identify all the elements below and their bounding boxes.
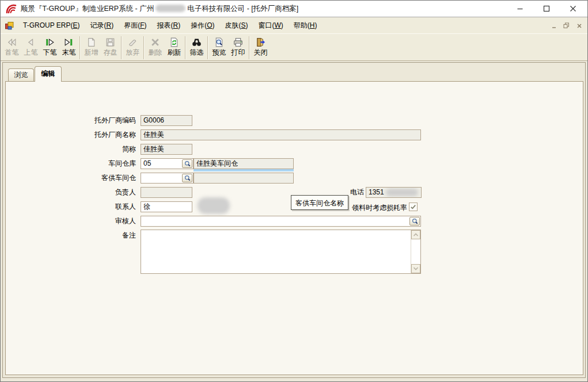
- lookup-magnifier-icon: [411, 217, 419, 225]
- menu-bar: T-GROUP ERP(E) 记录(R) 界面(F) 报表(R) 操作(O) 皮…: [1, 18, 587, 33]
- vendor-code-field[interactable]: G0006: [141, 115, 192, 126]
- tab-edit[interactable]: 编辑: [35, 66, 62, 82]
- mdi-client-area: 浏览 编辑 托外厂商编码 G0006 托外厂商名称 佳胜美 简称 佳胜美 车间仓…: [1, 60, 587, 381]
- workshop-warehouse-code-field[interactable]: 05: [141, 158, 194, 169]
- auditor-field[interactable]: [141, 216, 421, 227]
- close-button[interactable]: [560, 1, 586, 17]
- refresh-icon: [169, 37, 180, 48]
- mdi-minimize-icon: [551, 23, 557, 29]
- minimize-icon: [517, 5, 523, 12]
- toolbar: 首笔 上笔 下笔 末笔 新增: [1, 33, 587, 60]
- vendor-code-label: 托外厂商编码: [6, 115, 136, 126]
- workshop-warehouse-name-field[interactable]: 佳胜美车间仓: [194, 158, 294, 169]
- mdi-child-controls: [550, 22, 583, 29]
- remark-textarea[interactable]: [141, 230, 421, 274]
- app-logo-icon: [5, 3, 17, 14]
- delete-icon: [150, 37, 161, 48]
- mdi-close-button[interactable]: [575, 22, 583, 29]
- toolbar-separator: [143, 36, 145, 59]
- prev-record-button[interactable]: 上笔: [21, 36, 40, 57]
- menu-item-help[interactable]: 帮助(H): [289, 20, 323, 32]
- customer-warehouse-code-field[interactable]: [141, 173, 194, 184]
- menu-item-tgroup-erp[interactable]: T-GROUP ERP(E): [18, 20, 85, 32]
- toolbar-separator: [185, 36, 186, 59]
- toolbar-separator: [207, 36, 208, 59]
- discard-icon: [127, 37, 138, 48]
- toolbar-separator: [249, 36, 250, 59]
- chevron-up-icon: [413, 232, 419, 237]
- window-title: 顺景『T-GROUP』制造业ERP系统 - 广州电子科技有限公司 - [托外厂商…: [21, 4, 298, 14]
- title-bar: 顺景『T-GROUP』制造业ERP系统 - 广州电子科技有限公司 - [托外厂商…: [1, 1, 587, 17]
- phone-field[interactable]: 1351: [366, 187, 422, 198]
- preview-button[interactable]: 预览: [210, 36, 229, 57]
- scroll-down-button[interactable]: [411, 264, 420, 273]
- menu-item-records[interactable]: 记录(R): [85, 20, 119, 32]
- discard-button[interactable]: 放弃: [123, 36, 142, 57]
- contact-field[interactable]: 徐: [141, 201, 192, 212]
- last-record-button[interactable]: 末笔: [59, 36, 78, 57]
- customer-warehouse-lookup-button[interactable]: [182, 174, 192, 182]
- remark-scrollbar[interactable]: [411, 230, 420, 273]
- lookup-magnifier-icon: [184, 160, 191, 167]
- menu-item-skins[interactable]: 皮肤(S): [220, 20, 253, 32]
- refresh-button[interactable]: 刷新: [165, 36, 184, 57]
- delete-button[interactable]: 删除: [146, 36, 165, 57]
- close-icon: [570, 5, 576, 12]
- minimize-button[interactable]: [507, 1, 533, 17]
- new-icon: [86, 37, 97, 48]
- auditor-lookup-button[interactable]: [409, 217, 420, 226]
- first-record-button[interactable]: 首笔: [2, 36, 21, 57]
- mdi-minimize-button[interactable]: [550, 22, 557, 29]
- first-record-icon: [6, 37, 17, 48]
- new-button[interactable]: 新增: [82, 36, 101, 57]
- workshop-warehouse-lookup-button[interactable]: [182, 159, 192, 168]
- redacted-contact-name: [198, 197, 230, 214]
- save-icon: [105, 37, 116, 48]
- edit-tab-page: 托外厂商编码 G0006 托外厂商名称 佳胜美 简称 佳胜美 车间仓库 05 佳…: [5, 81, 583, 375]
- app-window: 顺景『T-GROUP』制造业ERP系统 - 广州电子科技有限公司 - [托外厂商…: [0, 0, 588, 382]
- document-window-icon: [5, 21, 14, 30]
- manager-field[interactable]: [141, 187, 192, 198]
- lookup-magnifier-icon: [184, 174, 191, 182]
- checkmark-icon: [410, 204, 416, 210]
- workshop-warehouse-label: 车间仓库: [6, 158, 136, 169]
- prev-record-icon: [25, 37, 36, 48]
- loss-rate-checkbox[interactable]: [409, 203, 418, 211]
- vendor-name-field[interactable]: 佳胜美: [141, 129, 421, 140]
- tooltip: 客供车间仓名称: [291, 195, 348, 210]
- customer-warehouse-label: 客供车间仓: [6, 173, 136, 184]
- remark-label: 备注: [6, 230, 136, 241]
- menu-item-interface[interactable]: 界面(F): [119, 20, 151, 32]
- focus-underline: [194, 169, 294, 171]
- maximize-button[interactable]: [533, 1, 560, 17]
- close-window-button[interactable]: 关闭: [251, 36, 270, 57]
- last-record-icon: [63, 37, 74, 48]
- print-button[interactable]: 打印: [229, 36, 248, 57]
- manager-label: 负责人: [6, 187, 136, 198]
- vendor-name-label: 托外厂商名称: [6, 129, 136, 140]
- chevron-down-icon: [413, 266, 419, 271]
- next-record-button[interactable]: 下笔: [40, 36, 59, 57]
- redacted-phone-digits: [386, 189, 418, 196]
- mdi-restore-button[interactable]: [563, 22, 570, 29]
- redacted-company-name: [155, 5, 185, 12]
- filter-button[interactable]: 筛选: [187, 36, 206, 57]
- maximize-icon: [543, 5, 550, 12]
- customer-warehouse-name-field[interactable]: [194, 173, 294, 184]
- mdi-close-icon: [576, 23, 582, 29]
- short-name-label: 简称: [6, 144, 136, 155]
- menu-item-window[interactable]: 窗口(W): [253, 20, 289, 32]
- toolbar-separator: [79, 36, 81, 59]
- save-button[interactable]: 存盘: [101, 36, 120, 57]
- tab-browse[interactable]: 浏览: [8, 68, 34, 81]
- menu-item-operations[interactable]: 操作(O): [185, 20, 219, 32]
- filter-icon: [191, 37, 202, 48]
- preview-icon: [214, 37, 225, 48]
- auditor-label: 审核人: [6, 216, 136, 227]
- next-record-icon: [44, 37, 55, 48]
- mdi-restore-icon: [563, 22, 570, 29]
- scroll-up-button[interactable]: [411, 230, 420, 239]
- short-name-field[interactable]: 佳胜美: [141, 144, 192, 155]
- menu-item-reports[interactable]: 报表(R): [152, 20, 186, 32]
- toolbar-separator: [121, 36, 122, 59]
